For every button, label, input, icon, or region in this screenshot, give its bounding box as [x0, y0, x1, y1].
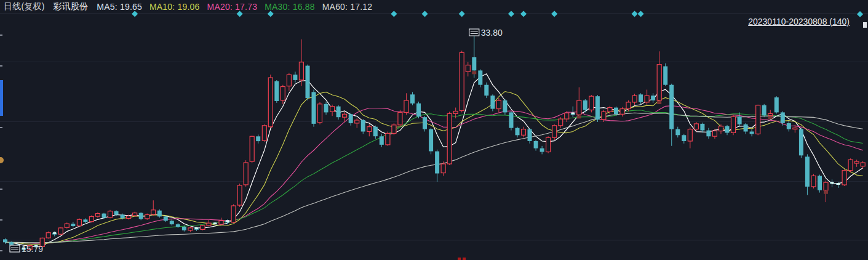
candle[interactable]	[805, 154, 810, 195]
candle[interactable]	[157, 209, 162, 218]
candle[interactable]	[675, 127, 680, 138]
candle[interactable]	[824, 181, 828, 202]
candle[interactable]	[373, 126, 378, 139]
candle[interactable]	[663, 63, 667, 86]
candle[interactable]	[65, 222, 69, 229]
event-diamond-icon[interactable]	[421, 10, 428, 17]
candle[interactable]	[768, 110, 773, 120]
candle[interactable]	[83, 218, 87, 223]
candle[interactable]	[453, 108, 458, 119]
candle[interactable]	[237, 184, 242, 207]
candle[interactable]	[688, 128, 692, 148]
candle[interactable]	[429, 128, 433, 155]
candle[interactable]	[330, 105, 335, 116]
candle[interactable]	[830, 179, 834, 187]
event-diamond-icon[interactable]	[520, 10, 527, 17]
candle[interactable]	[194, 227, 199, 231]
candle[interactable]	[799, 128, 803, 158]
candle[interactable]	[478, 70, 482, 87]
candle[interactable]	[349, 113, 353, 125]
candle[interactable]	[811, 174, 816, 189]
candle[interactable]	[108, 210, 113, 219]
candle[interactable]	[657, 51, 661, 104]
candle[interactable]	[848, 158, 853, 172]
left-scroll-bar[interactable]	[0, 80, 3, 116]
candle[interactable]	[522, 127, 526, 138]
candle[interactable]	[787, 121, 791, 132]
candle[interactable]	[546, 136, 551, 153]
candle[interactable]	[639, 93, 643, 104]
candle[interactable]	[244, 160, 248, 187]
event-diamond-icon[interactable]	[857, 11, 863, 17]
candle[interactable]	[274, 80, 279, 103]
candle[interactable]	[645, 90, 649, 105]
candle[interactable]	[404, 93, 408, 115]
candle[interactable]	[669, 84, 674, 146]
candle[interactable]	[201, 225, 205, 230]
event-diamond-icon[interactable]	[508, 10, 514, 17]
candle[interactable]	[151, 200, 156, 216]
event-diamond-icon[interactable]	[391, 10, 397, 17]
candle[interactable]	[589, 95, 594, 112]
candle[interactable]	[447, 112, 452, 165]
candle[interactable]	[250, 136, 254, 163]
candle[interactable]	[281, 85, 285, 104]
candle[interactable]	[540, 146, 544, 155]
candle[interactable]	[89, 216, 94, 223]
candle[interactable]	[71, 222, 75, 227]
candle[interactable]	[77, 218, 81, 227]
candle[interactable]	[744, 123, 748, 134]
candle[interactable]	[380, 134, 384, 147]
candle[interactable]	[854, 160, 859, 167]
candle[interactable]	[756, 105, 760, 136]
candle[interactable]	[490, 94, 495, 111]
candle[interactable]	[170, 219, 174, 225]
candle[interactable]	[367, 124, 372, 137]
candle[interactable]	[842, 169, 846, 186]
candle[interactable]	[750, 129, 754, 137]
candle[interactable]	[552, 124, 557, 140]
candle[interactable]	[231, 205, 236, 224]
candle[interactable]	[287, 73, 291, 91]
candle[interactable]	[577, 87, 581, 119]
candle[interactable]	[503, 99, 507, 115]
candle[interactable]	[306, 65, 310, 100]
candle[interactable]	[52, 232, 57, 237]
candle[interactable]	[410, 92, 415, 105]
candle[interactable]	[484, 83, 488, 98]
candle[interactable]	[472, 36, 476, 78]
candle[interactable]	[355, 118, 359, 128]
candle[interactable]	[176, 223, 180, 228]
candle[interactable]	[712, 129, 717, 139]
candle[interactable]	[293, 71, 297, 82]
candle[interactable]	[398, 110, 402, 127]
candle[interactable]	[336, 105, 341, 120]
candle[interactable]	[509, 112, 514, 131]
event-diamond-icon[interactable]	[631, 10, 637, 17]
candle[interactable]	[738, 112, 742, 126]
candle[interactable]	[534, 140, 538, 151]
candle[interactable]	[262, 124, 266, 142]
candle[interactable]	[559, 117, 563, 128]
date-range-link[interactable]: 20230110-20230808 (140)	[748, 17, 850, 26]
candle[interactable]	[595, 95, 600, 122]
candle[interactable]	[361, 119, 365, 134]
candle[interactable]	[46, 232, 50, 239]
candle[interactable]	[700, 123, 704, 133]
candle[interactable]	[466, 62, 470, 76]
candle[interactable]	[416, 102, 421, 118]
candle[interactable]	[496, 98, 501, 112]
candle[interactable]	[207, 220, 211, 227]
candle[interactable]	[435, 150, 439, 182]
candle[interactable]	[386, 132, 390, 146]
candle[interactable]	[762, 104, 766, 117]
candle[interactable]	[299, 39, 303, 86]
candle[interactable]	[682, 134, 686, 144]
candle[interactable]	[620, 107, 624, 117]
candle[interactable]	[632, 94, 637, 105]
event-diamond-icon[interactable]	[551, 10, 557, 17]
candle[interactable]	[423, 116, 427, 131]
event-diamond-icon[interactable]	[637, 10, 643, 17]
candle[interactable]	[861, 161, 865, 169]
candle[interactable]	[836, 182, 840, 188]
